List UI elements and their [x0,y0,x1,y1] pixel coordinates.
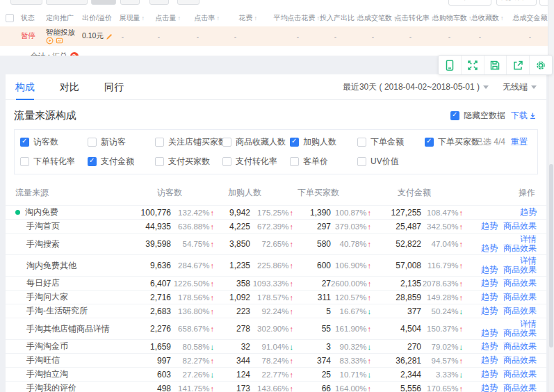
action-link[interactable]: 趋势 [481,328,498,338]
checkbox-checked-icon[interactable] [88,157,97,166]
ad-column-header[interactable]: 点击率↑ [181,13,220,23]
action-link[interactable]: 商品效果 [503,355,537,365]
metric-checkbox-item[interactable]: 商品收藏人数 [222,136,290,148]
metric-change: 636.88%↑ [171,222,214,231]
checkbox-icon[interactable] [20,157,29,166]
ad-campaign-row[interactable]: 暂停 智能投放 0.10元 ----------- [0,26,549,46]
ad-column-header[interactable]: 展现量↑ [117,13,145,23]
toolbar-cell[interactable] [507,56,530,74]
hide-empty-checkbox[interactable]: 隐藏空数据 [450,110,505,122]
toolbar-cell[interactable] [530,56,552,74]
toolbar-button[interactable]: 新建计划 [10,0,42,5]
action-link[interactable]: 商品效果 [503,278,537,288]
checkbox-icon[interactable] [222,138,231,147]
date-range-selector[interactable]: 最近30天 ( 2018-04-02~2018-05-01 ) [343,81,489,93]
checkbox-checked-icon[interactable] [450,111,459,120]
toolbar-cell[interactable] [462,56,484,74]
panel-tab[interactable]: 构成 [15,74,35,100]
metric-checkbox-item[interactable]: 支付买家数 [155,156,222,168]
row-actions: 趋势商品效果 [463,354,546,366]
select-all-checkbox[interactable] [6,14,14,22]
action-link[interactable]: 趋势 [481,306,498,316]
metric-checkbox-item[interactable]: 新访客 [88,136,155,148]
action-link[interactable]: 详情 [520,256,537,266]
metric-checkbox-item[interactable]: 下单转化率 [20,156,88,168]
terminal-selector[interactable]: 无线端 [503,81,537,93]
ad-select[interactable]: 全部 [448,0,491,6]
scrollbar-thumb[interactable] [549,164,553,348]
metric-value: 5,556 [371,384,421,392]
checkbox-icon[interactable] [357,138,366,147]
checkbox-checked-icon[interactable] [290,138,299,147]
ad-column-header[interactable]: 点击转化率↑ [395,13,432,23]
ad-column-header[interactable]: 平均点击花费↑ [257,13,320,23]
toolbar-button[interactable]: 删除 [177,0,199,5]
metric-value: 4,225 [214,222,250,231]
status-column-header[interactable]: 状态 [21,13,46,23]
action-link[interactable]: 详情 [520,319,537,329]
toolbar-button[interactable]: 暂停 [120,0,140,5]
action-link[interactable]: 商品效果 [503,328,537,338]
bid-column-header[interactable]: 出价/溢价 [82,13,117,23]
checkbox-checked-icon[interactable] [425,138,434,147]
metric-checkbox-item[interactable]: 加购人数 [290,136,357,148]
action-link[interactable]: 详情 [520,234,537,244]
panel-tab[interactable]: 对比 [60,74,79,100]
action-link[interactable]: 趋势 [520,207,537,217]
metric-checkbox-item[interactable]: UV价值 [357,156,425,168]
toolbar-button[interactable]: 批量操作 [91,0,116,5]
toolbar-button[interactable]: 启动 [149,0,169,5]
empty-value: - [257,33,320,40]
ad-column-header[interactable]: 花费↑ [220,13,257,23]
action-link[interactable]: 商品效果 [503,221,537,231]
action-link[interactable]: 趋势 [481,278,498,288]
metric-checkbox-item[interactable]: 客单价 [290,156,357,168]
checkbox-icon[interactable] [290,157,299,166]
action-link[interactable]: 趋势 [481,265,498,275]
metric-value: 4,504 [371,324,421,334]
checkbox-icon[interactable] [155,157,164,166]
ad-column-header[interactable]: 点击量↑ [145,13,181,23]
metric-checkbox-item[interactable]: 下单金额 [357,136,425,148]
action-link[interactable]: 商品效果 [503,383,537,392]
metric-checkbox-item[interactable]: 访客数 [20,136,88,148]
metric-checkbox-item[interactable]: 支付转化率 [222,156,290,168]
ad-column-header[interactable]: 总购物车数↑ [432,13,471,23]
checkbox-icon[interactable] [222,157,231,166]
action-link[interactable]: 趋势 [481,243,498,253]
checkbox-icon[interactable] [88,138,97,147]
checkbox-checked-icon[interactable] [20,138,29,147]
action-link[interactable]: 趋势 [481,292,498,302]
help-icon[interactable]: ? [70,52,79,56]
action-link[interactable]: 商品效果 [503,369,537,379]
target-column-header[interactable]: 定向推广 [46,13,82,23]
action-link[interactable]: 趋势 [481,369,498,379]
action-link[interactable]: 商品效果 [503,292,537,302]
ad-column-header[interactable]: 总成交笔数↑ [357,13,395,23]
action-link[interactable]: 趋势 [481,383,498,392]
action-link[interactable]: 商品效果 [503,265,537,275]
action-link[interactable]: 商品效果 [503,341,537,351]
checkbox-icon[interactable] [357,157,366,166]
action-link[interactable]: 趋势 [481,355,498,365]
action-link[interactable]: 商品效果 [503,306,537,316]
metric-change: 16.67%↓ [331,307,371,316]
metric-checkbox-item[interactable]: 支付金额 [88,156,155,168]
more-data-button[interactable]: 更多数据 [496,0,537,6]
ad-column-header[interactable]: 总收藏数↑ [471,13,502,23]
toolbar-cell[interactable] [439,56,462,74]
panel-tab[interactable]: 同行 [104,74,124,100]
ad-column-header[interactable]: 投入产出比↑ [320,13,357,23]
metric-checkbox-item[interactable]: 关注店铺买家数 [155,136,222,148]
select-value: 全部 [453,0,467,2]
checkbox-icon[interactable] [155,138,164,147]
reset-link[interactable]: 重置 [511,137,528,147]
toolbar-button[interactable]: 批量推广宝贝 [46,0,88,5]
ad-column-header[interactable]: 总成交金额↑ [502,13,552,23]
toolbar-cell[interactable] [484,56,507,74]
action-link[interactable]: 趋势 [481,341,498,351]
action-link[interactable]: 趋势 [481,221,498,231]
download-link[interactable]: 下载 [511,110,537,122]
edit-pencil-icon[interactable] [106,33,113,40]
action-link[interactable]: 商品效果 [503,243,537,253]
